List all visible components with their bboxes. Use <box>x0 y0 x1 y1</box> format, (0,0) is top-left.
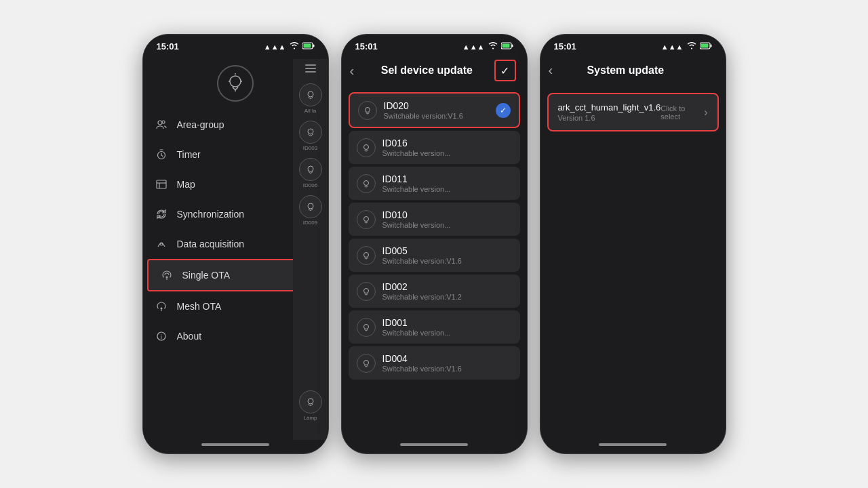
device-info-3: ID010 Switchable version... <box>382 209 512 229</box>
arrow-right-icon: › <box>704 106 707 119</box>
home-bar-2 <box>400 443 468 446</box>
about-label: About <box>177 331 312 342</box>
svg-rect-28 <box>511 45 513 47</box>
svg-point-17 <box>160 308 162 310</box>
svg-point-35 <box>363 324 368 329</box>
system-update-title: System update <box>558 64 692 77</box>
svg-point-34 <box>363 288 368 293</box>
device-item-2[interactable]: ID011 Switchable version... <box>349 167 520 200</box>
wifi-icon <box>290 42 299 51</box>
right-panel-devices: All la ID003 ID006 ID009 <box>299 83 322 226</box>
svg-point-22 <box>308 129 313 134</box>
mesh-ota-icon <box>154 299 169 314</box>
home-indicator-2 <box>342 440 527 453</box>
device-icon-7 <box>357 354 376 373</box>
update-file-item[interactable]: ark_cct_human_light_v1.6 Version 1.6 Cli… <box>547 93 719 131</box>
home-indicator-1 <box>143 440 328 453</box>
svg-point-21 <box>308 92 313 97</box>
data-acq-icon <box>154 237 169 251</box>
svg-point-30 <box>363 144 368 149</box>
device-item-6[interactable]: ID001 Switchable version... <box>349 310 520 344</box>
area-group-label: Area-group <box>177 119 312 130</box>
right-device-4[interactable]: ID009 <box>299 195 322 226</box>
home-bar-1 <box>201 443 269 446</box>
right-device-2[interactable]: ID003 <box>299 121 322 151</box>
device-item-7[interactable]: ID004 Switchable version:V1.6 <box>349 346 520 380</box>
status-bar-2: 15:01 ▲▲▲ <box>342 35 527 54</box>
svg-rect-1 <box>303 44 311 48</box>
device-2-icon <box>299 121 322 144</box>
right-device-bottom[interactable]: Lamp <box>299 390 322 421</box>
svg-point-31 <box>363 180 368 185</box>
update-file-info: ark_cct_human_light_v1.6 Version 1.6 <box>558 102 661 122</box>
svg-text:i: i <box>161 333 162 340</box>
svg-rect-11 <box>157 180 166 188</box>
svg-point-15 <box>165 277 167 279</box>
svg-rect-39 <box>710 45 711 47</box>
update-file-version: Version 1.6 <box>558 114 661 122</box>
device-sub-6: Switchable version... <box>382 329 512 337</box>
svg-point-9 <box>162 121 165 123</box>
battery-icon-3 <box>700 42 712 51</box>
device-sub-1: Switchable version... <box>382 149 512 157</box>
sync-icon <box>154 207 169 222</box>
device-select-header: ‹ Sel device update ✓ <box>342 54 527 87</box>
device-info-4: ID005 Switchable version:V1.6 <box>382 245 512 265</box>
device-bottom-icon <box>299 390 322 413</box>
phone-3: 15:01 ▲▲▲ ‹ System update ark_cct_human_… <box>540 34 726 454</box>
confirm-icon: ✓ <box>500 64 509 77</box>
device-icon-5 <box>357 282 376 301</box>
right-device-3[interactable]: ID006 <box>299 158 322 188</box>
signal-icon-3: ▲▲▲ <box>661 43 684 51</box>
battery-icon <box>302 42 315 51</box>
device-sub-0: Switchable version:V1.6 <box>384 112 496 120</box>
map-icon <box>154 177 169 192</box>
device-item-3[interactable]: ID010 Switchable version... <box>349 203 520 236</box>
device-name-4: ID005 <box>382 245 512 256</box>
svg-point-36 <box>363 360 368 365</box>
sync-label: Synchronization <box>177 209 312 220</box>
svg-point-3 <box>230 76 241 87</box>
device-name-1: ID016 <box>382 138 512 148</box>
device-icon-4 <box>357 246 376 265</box>
device-icon-6 <box>357 318 376 337</box>
device-sub-5: Switchable version:V1.2 <box>382 293 512 301</box>
battery-icon-2 <box>501 42 513 51</box>
device-info-1: ID016 Switchable version... <box>382 138 512 157</box>
back-button-3[interactable]: ‹ <box>549 60 559 81</box>
hamburger-menu[interactable] <box>293 59 328 78</box>
device-icon-0 <box>358 101 377 120</box>
device-bottom-label: Lamp <box>303 415 317 421</box>
back-button-2[interactable]: ‹ <box>350 60 360 81</box>
area-group-icon <box>154 117 169 132</box>
time-2: 15:01 <box>355 41 378 52</box>
device-name-0: ID020 <box>384 100 496 111</box>
device-item-4[interactable]: ID005 Switchable version:V1.6 <box>349 239 520 272</box>
click-to-select-text: Click to select <box>660 104 698 121</box>
device-item-0[interactable]: ID020 Switchable version:V1.6 ✓ <box>349 92 520 128</box>
device-item-1[interactable]: ID016 Switchable version... <box>349 131 520 164</box>
device-1-icon <box>299 83 322 106</box>
device-select-title: Sel device update <box>359 64 494 77</box>
svg-rect-38 <box>701 44 708 48</box>
time-1: 15:01 <box>157 41 179 52</box>
device-icon-2 <box>357 174 376 193</box>
mesh-ota-label: Mesh OTA <box>177 301 312 312</box>
map-label: Map <box>177 179 312 190</box>
svg-point-32 <box>363 216 368 221</box>
device-icon-1 <box>357 138 376 157</box>
wifi-icon-2 <box>488 42 498 51</box>
device-list: ID020 Switchable version:V1.6 ✓ ID016 Sw… <box>342 87 527 440</box>
svg-point-25 <box>308 399 313 404</box>
svg-point-8 <box>158 121 162 125</box>
time-3: 15:01 <box>554 41 576 52</box>
device-info-5: ID002 Switchable version:V1.2 <box>382 281 512 301</box>
status-icons-3: ▲▲▲ <box>661 42 712 51</box>
single-ota-label: Single OTA <box>182 270 307 281</box>
status-icons-1: ▲▲▲ <box>264 42 315 51</box>
device-info-2: ID011 Switchable version... <box>382 174 512 193</box>
svg-point-29 <box>365 107 370 112</box>
device-item-5[interactable]: ID002 Switchable version:V1.2 <box>349 274 520 308</box>
confirm-button[interactable]: ✓ <box>494 60 516 81</box>
right-device-1[interactable]: All la <box>299 83 322 114</box>
